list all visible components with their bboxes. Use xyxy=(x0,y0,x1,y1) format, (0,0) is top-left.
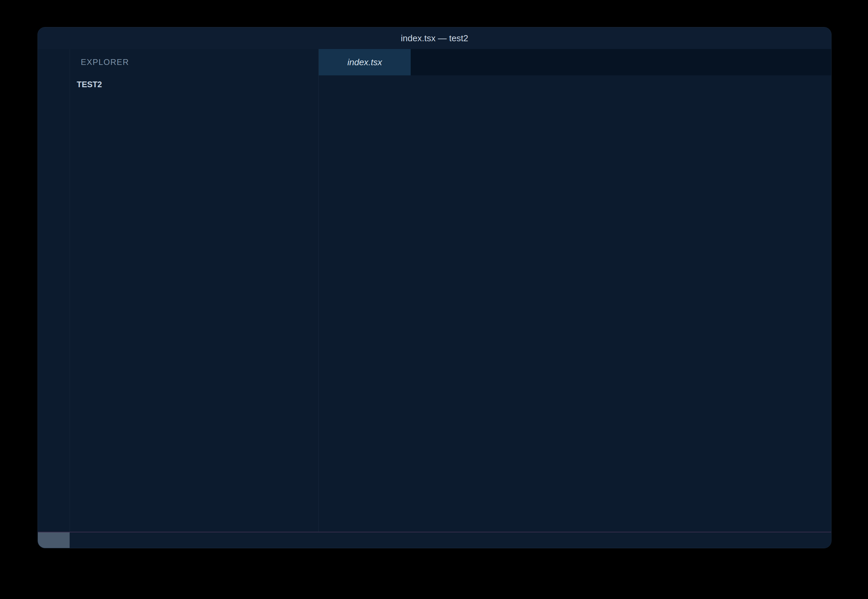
vscode-window: index.tsx — test2 EXPLORER TEST2 xyxy=(38,27,832,548)
remote-indicator-button[interactable] xyxy=(38,533,70,548)
breadcrumb[interactable] xyxy=(319,75,831,95)
folder-section-header[interactable]: TEST2 xyxy=(70,75,318,93)
activity-bar xyxy=(38,49,70,532)
workbench: EXPLORER TEST2 index.tsx xyxy=(38,49,831,532)
code-editor[interactable] xyxy=(319,95,831,532)
sidebar-title: EXPLORER xyxy=(81,57,129,67)
title-bar[interactable]: index.tsx — test2 xyxy=(38,27,831,49)
editor-group: index.tsx xyxy=(319,49,831,532)
explorer-sidebar: EXPLORER TEST2 xyxy=(70,49,319,532)
editor-actions xyxy=(819,49,831,75)
file-tree xyxy=(70,93,318,532)
minimize-window-button[interactable] xyxy=(60,35,67,42)
tab-label: index.tsx xyxy=(348,57,382,68)
screenshot: index.tsx — test2 EXPLORER TEST2 xyxy=(0,0,868,599)
tab-index-tsx[interactable]: index.tsx xyxy=(319,49,411,75)
tab-bar: index.tsx xyxy=(319,49,831,75)
close-window-button[interactable] xyxy=(49,35,56,42)
window-title: index.tsx — test2 xyxy=(38,33,831,44)
traffic-lights xyxy=(49,35,78,42)
zoom-window-button[interactable] xyxy=(71,35,78,42)
status-bar xyxy=(38,532,831,548)
sidebar-header: EXPLORER xyxy=(70,49,318,75)
folder-section-label: TEST2 xyxy=(77,80,102,89)
